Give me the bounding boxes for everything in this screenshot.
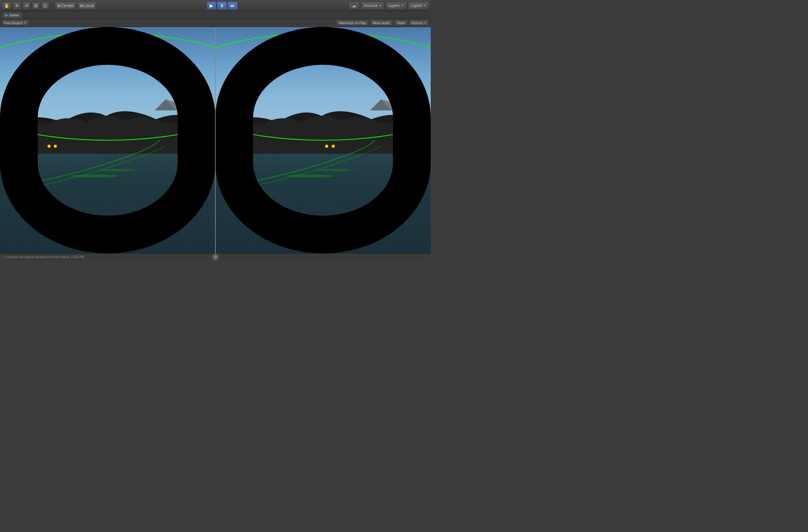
left-green-arc [0,27,215,253]
hand-tool-button[interactable]: ✋ [2,2,12,10]
layers-dropdown[interactable]: Layers ▼ [385,2,406,10]
move-tool-button[interactable]: ✛ [13,2,21,10]
step-button[interactable]: ⏭ [227,2,238,10]
game-toolbar: Free Aspect ▼ Maximize on Play Mute audi… [0,19,431,27]
aspect-ratio-dropdown[interactable]: Free Aspect ▼ [2,20,29,26]
pivot-icon: ⊕ [57,3,61,8]
maximize-on-play-button[interactable]: Maximize on Play [336,20,369,26]
cloud-button[interactable]: ☁ [348,2,360,10]
local-button[interactable]: ⊕ Local [77,2,96,10]
panel-tab-bar: ▶ Game [0,11,431,19]
layout-dropdown[interactable]: Layout ▼ [408,2,429,10]
right-green-arc [215,27,431,253]
aspect-label: Free Aspect [4,21,23,25]
stats-button[interactable]: Stats [394,20,408,26]
layout-label: Layout [410,3,422,8]
center-button[interactable]: ⊕ Center [55,2,76,10]
gizmos-label: Gizmos [411,21,423,25]
game-tab[interactable]: ▶ Game [2,12,22,19]
play-controls: ▶ ⏸ ⏭ [207,2,238,10]
game-tab-label: Game [10,13,19,17]
svg-point-2 [0,33,215,140]
rect-tool-button[interactable]: ⊡ [41,2,49,10]
mute-label: Mute audio [373,21,390,25]
layers-label: Layers [388,3,400,8]
svg-point-7 [215,33,431,140]
mute-audio-button[interactable]: Mute audio [370,20,393,26]
scale-tool-button[interactable]: ⊞ [32,2,40,10]
account-chevron-icon: ▼ [379,4,381,7]
main-toolbar: ✋ ✛ ↺ ⊞ ⊡ ⊕ Center ⊕ Local ▶ ⏸ ⏭ ☁ Accou… [0,0,431,11]
pause-button[interactable]: ⏸ [217,2,227,10]
left-eye-view [0,27,215,253]
game-toolbar-right: Maximize on Play Mute audio Stats Gizmos… [336,20,429,26]
rotate-tool-button[interactable]: ↺ [22,2,31,10]
game-tab-icon: ▶ [5,13,8,17]
layers-chevron-icon: ▼ [401,4,404,7]
layout-chevron-icon: ▼ [423,4,426,7]
game-viewport: ⚙ ℹ Creating new default cardboard scree… [0,27,431,260]
account-label: Account [364,3,377,8]
separator-1 [52,2,52,10]
status-message: Creating new default cardboard screen te… [5,255,84,259]
maximize-label: Maximize on Play [339,21,366,25]
info-icon: ℹ [2,255,4,259]
right-eye-view [215,27,431,253]
account-dropdown[interactable]: Account ▼ [361,2,384,10]
play-button[interactable]: ▶ [207,2,216,10]
vr-center-divider [215,27,216,253]
stats-label: Stats [397,21,405,25]
settings-gear-icon[interactable]: ⚙ [212,253,219,260]
local-icon: ⊕ [79,3,83,8]
gizmos-chevron-icon: ▼ [424,21,427,24]
gizmos-button[interactable]: Gizmos ▼ [409,20,429,26]
aspect-chevron-icon: ▼ [24,21,27,24]
